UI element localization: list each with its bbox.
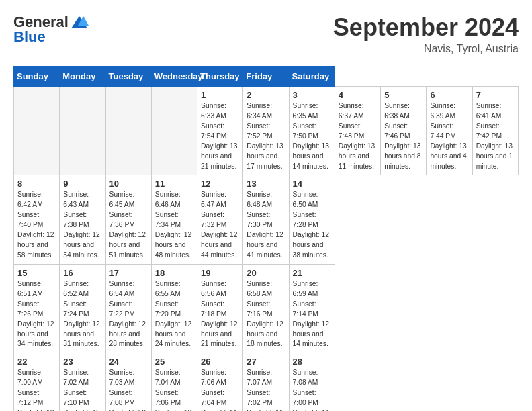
day-of-week-header: Thursday (197, 66, 243, 87)
calendar-day-cell: 11Sunrise: 6:46 AM Sunset: 7:34 PM Dayli… (151, 175, 197, 264)
logo-blue-text: Blue (13, 28, 46, 46)
day-info: Sunrise: 7:02 AM Sunset: 7:10 PM Dayligh… (63, 368, 101, 411)
calendar-day-cell: 5Sunrise: 6:38 AM Sunset: 7:46 PM Daylig… (381, 87, 427, 175)
calendar-day-cell: 21Sunrise: 6:59 AM Sunset: 7:14 PM Dayli… (289, 264, 335, 353)
calendar-day-cell (151, 87, 197, 175)
day-number: 12 (201, 179, 239, 189)
day-info: Sunrise: 6:47 AM Sunset: 7:32 PM Dayligh… (201, 190, 239, 260)
calendar-day-cell: 2Sunrise: 6:34 AM Sunset: 7:52 PM Daylig… (243, 87, 289, 175)
day-info: Sunrise: 6:59 AM Sunset: 7:14 PM Dayligh… (293, 279, 331, 349)
logo: General Blue (13, 13, 89, 46)
calendar-day-cell: 19Sunrise: 6:56 AM Sunset: 7:18 PM Dayli… (197, 264, 243, 353)
calendar-day-cell: 23Sunrise: 7:02 AM Sunset: 7:10 PM Dayli… (60, 353, 105, 411)
day-info: Sunrise: 6:33 AM Sunset: 7:54 PM Dayligh… (201, 101, 239, 171)
day-number: 10 (109, 179, 148, 189)
calendar-day-cell (60, 87, 105, 175)
day-number: 24 (109, 357, 148, 367)
day-number: 19 (201, 268, 239, 278)
calendar-day-cell: 22Sunrise: 7:00 AM Sunset: 7:12 PM Dayli… (14, 353, 60, 411)
day-info: Sunrise: 6:55 AM Sunset: 7:20 PM Dayligh… (155, 279, 193, 349)
calendar-day-cell: 1Sunrise: 6:33 AM Sunset: 7:54 PM Daylig… (197, 87, 243, 175)
calendar-day-cell: 28Sunrise: 7:08 AM Sunset: 7:00 PM Dayli… (289, 353, 335, 411)
calendar-week-row: 22Sunrise: 7:00 AM Sunset: 7:12 PM Dayli… (14, 353, 519, 411)
day-of-week-header: Saturday (289, 66, 335, 87)
calendar-day-cell: 16Sunrise: 6:52 AM Sunset: 7:24 PM Dayli… (60, 264, 105, 353)
calendar-day-cell: 14Sunrise: 6:50 AM Sunset: 7:28 PM Dayli… (289, 175, 335, 264)
day-info: Sunrise: 7:00 AM Sunset: 7:12 PM Dayligh… (17, 368, 56, 411)
calendar-day-cell: 7Sunrise: 6:41 AM Sunset: 7:42 PM Daylig… (472, 87, 518, 175)
day-info: Sunrise: 7:03 AM Sunset: 7:08 PM Dayligh… (109, 368, 148, 411)
calendar-week-row: 8Sunrise: 6:42 AM Sunset: 7:40 PM Daylig… (14, 175, 519, 264)
day-of-week-header: Sunday (14, 66, 60, 87)
day-info: Sunrise: 6:34 AM Sunset: 7:52 PM Dayligh… (247, 101, 285, 171)
day-info: Sunrise: 6:37 AM Sunset: 7:48 PM Dayligh… (339, 101, 377, 171)
day-number: 9 (63, 179, 101, 189)
day-info: Sunrise: 6:35 AM Sunset: 7:50 PM Dayligh… (293, 101, 331, 171)
day-number: 15 (17, 268, 56, 278)
logo-icon (70, 15, 89, 30)
day-of-week-header: Tuesday (105, 66, 151, 87)
day-info: Sunrise: 6:38 AM Sunset: 7:46 PM Dayligh… (384, 101, 423, 171)
calendar-day-cell: 15Sunrise: 6:51 AM Sunset: 7:26 PM Dayli… (14, 264, 60, 353)
day-info: Sunrise: 6:46 AM Sunset: 7:34 PM Dayligh… (155, 190, 193, 260)
calendar-day-cell: 18Sunrise: 6:55 AM Sunset: 7:20 PM Dayli… (151, 264, 197, 353)
day-number: 17 (109, 268, 148, 278)
calendar-day-cell: 3Sunrise: 6:35 AM Sunset: 7:50 PM Daylig… (289, 87, 335, 175)
calendar-day-cell: 12Sunrise: 6:47 AM Sunset: 7:32 PM Dayli… (197, 175, 243, 264)
day-number: 2 (247, 90, 285, 100)
calendar-day-cell: 9Sunrise: 6:43 AM Sunset: 7:38 PM Daylig… (60, 175, 105, 264)
day-number: 26 (201, 357, 239, 367)
day-info: Sunrise: 6:50 AM Sunset: 7:28 PM Dayligh… (293, 190, 331, 260)
calendar-day-cell (105, 87, 151, 175)
day-number: 22 (17, 357, 56, 367)
day-info: Sunrise: 6:39 AM Sunset: 7:44 PM Dayligh… (430, 101, 468, 171)
day-of-week-header: Wednesday (151, 66, 197, 87)
day-info: Sunrise: 6:54 AM Sunset: 7:22 PM Dayligh… (109, 279, 148, 349)
calendar-day-cell: 4Sunrise: 6:37 AM Sunset: 7:48 PM Daylig… (335, 87, 380, 175)
day-info: Sunrise: 7:06 AM Sunset: 7:04 PM Dayligh… (201, 368, 239, 411)
calendar-day-cell: 8Sunrise: 6:42 AM Sunset: 7:40 PM Daylig… (14, 175, 60, 264)
day-number: 25 (155, 357, 193, 367)
calendar-day-cell: 17Sunrise: 6:54 AM Sunset: 7:22 PM Dayli… (105, 264, 151, 353)
day-number: 23 (63, 357, 101, 367)
day-info: Sunrise: 7:04 AM Sunset: 7:06 PM Dayligh… (155, 368, 193, 411)
calendar-day-cell: 10Sunrise: 6:45 AM Sunset: 7:36 PM Dayli… (105, 175, 151, 264)
day-number: 8 (17, 179, 56, 189)
day-number: 13 (247, 179, 285, 189)
calendar-day-cell: 27Sunrise: 7:07 AM Sunset: 7:02 PM Dayli… (243, 353, 289, 411)
day-of-week-header: Monday (60, 66, 105, 87)
page-header: General Blue September 2024 Navis, Tyrol… (13, 13, 519, 55)
day-number: 14 (293, 179, 331, 189)
day-info: Sunrise: 6:43 AM Sunset: 7:38 PM Dayligh… (63, 190, 101, 260)
day-info: Sunrise: 6:51 AM Sunset: 7:26 PM Dayligh… (17, 279, 56, 349)
calendar-day-cell (14, 87, 60, 175)
day-number: 18 (155, 268, 193, 278)
calendar-day-cell: 26Sunrise: 7:06 AM Sunset: 7:04 PM Dayli… (197, 353, 243, 411)
month-title: September 2024 (333, 13, 519, 42)
day-number: 3 (293, 90, 331, 100)
calendar-day-cell: 6Sunrise: 6:39 AM Sunset: 7:44 PM Daylig… (427, 87, 472, 175)
location-title: Navis, Tyrol, Austria (333, 43, 519, 55)
calendar-body: 1Sunrise: 6:33 AM Sunset: 7:54 PM Daylig… (14, 87, 519, 412)
day-info: Sunrise: 6:56 AM Sunset: 7:18 PM Dayligh… (201, 279, 239, 349)
calendar-day-cell: 25Sunrise: 7:04 AM Sunset: 7:06 PM Dayli… (151, 353, 197, 411)
day-info: Sunrise: 6:52 AM Sunset: 7:24 PM Dayligh… (63, 279, 101, 349)
day-number: 27 (247, 357, 285, 367)
day-number: 5 (384, 90, 423, 100)
day-number: 7 (476, 90, 515, 100)
day-number: 1 (201, 90, 239, 100)
calendar-day-cell: 24Sunrise: 7:03 AM Sunset: 7:08 PM Dayli… (105, 353, 151, 411)
calendar-week-row: 15Sunrise: 6:51 AM Sunset: 7:26 PM Dayli… (14, 264, 519, 353)
calendar-header-row: SundayMondayTuesdayWednesdayThursdayFrid… (14, 66, 519, 87)
day-number: 4 (339, 90, 377, 100)
day-number: 6 (430, 90, 468, 100)
day-info: Sunrise: 6:58 AM Sunset: 7:16 PM Dayligh… (247, 279, 285, 349)
day-number: 11 (155, 179, 193, 189)
day-info: Sunrise: 7:08 AM Sunset: 7:00 PM Dayligh… (293, 368, 331, 411)
day-info: Sunrise: 6:45 AM Sunset: 7:36 PM Dayligh… (109, 190, 148, 260)
day-info: Sunrise: 6:48 AM Sunset: 7:30 PM Dayligh… (247, 190, 285, 260)
calendar-day-cell: 20Sunrise: 6:58 AM Sunset: 7:16 PM Dayli… (243, 264, 289, 353)
day-info: Sunrise: 6:42 AM Sunset: 7:40 PM Dayligh… (17, 190, 56, 260)
calendar-day-cell: 13Sunrise: 6:48 AM Sunset: 7:30 PM Dayli… (243, 175, 289, 264)
day-number: 20 (247, 268, 285, 278)
